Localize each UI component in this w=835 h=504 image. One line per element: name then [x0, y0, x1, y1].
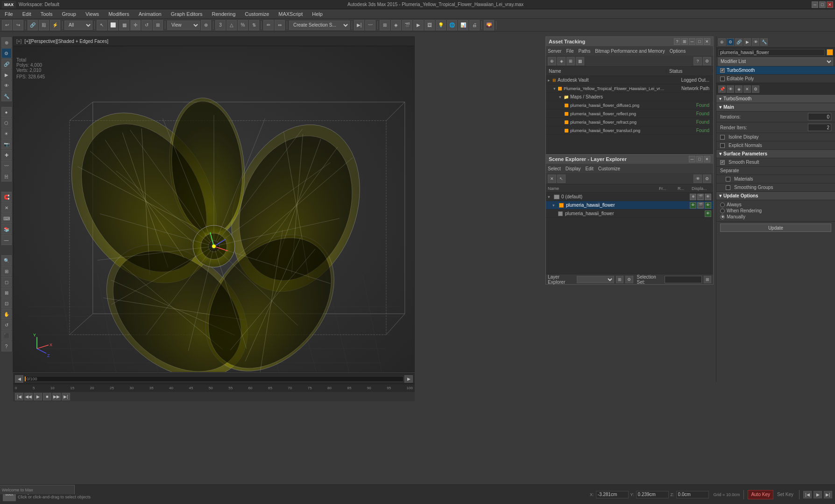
snap-btn[interactable]: 🧲 — [1, 192, 12, 202]
render-in-view-btn[interactable]: 🌐 — [447, 20, 457, 30]
auto-key-btn[interactable]: Auto Key — [748, 490, 773, 499]
asset-tb-btn1[interactable]: ⊕ — [548, 57, 556, 65]
menu-file[interactable]: File — [3, 10, 15, 18]
modifier-editable-poly[interactable]: Editable Poly — [716, 75, 835, 83]
asset-menu-file[interactable]: File — [566, 49, 573, 54]
zoom-btn[interactable]: 🔍 — [1, 255, 12, 266]
asset-menu-server[interactable]: Server — [548, 49, 561, 54]
unlink-btn[interactable]: ⛓ — [39, 20, 49, 30]
materials-checkbox[interactable] — [726, 177, 730, 182]
color-swatch-icon[interactable] — [827, 49, 833, 56]
explicit-normals-checkbox[interactable] — [720, 143, 725, 148]
timeline-right-btn[interactable]: ▶ — [404, 375, 413, 383]
select-rotate-btn[interactable]: ↺ — [142, 20, 152, 30]
viewport-canvas[interactable]: Total Polys: 4,000 Verts: 2,010 FPS: 328… — [14, 46, 414, 372]
helpers-btn[interactable]: ✚ — [1, 150, 12, 160]
close-btn[interactable]: ✕ — [827, 1, 833, 8]
transform-type-in-btn[interactable]: ⌨ — [1, 213, 12, 224]
scene-footer-dropdown[interactable] — [577, 276, 614, 283]
menu-maxscript[interactable]: MAXScript — [276, 10, 304, 18]
scene-close-btn[interactable]: ✕ — [704, 156, 710, 162]
asset-tb-btn2[interactable]: ◈ — [557, 57, 566, 65]
x-coord-input[interactable] — [596, 491, 629, 498]
create-icon[interactable]: ⊕ — [718, 38, 726, 46]
asset-tb-settings[interactable]: ⚙ — [703, 57, 711, 65]
scene-menu-display[interactable]: Display — [566, 166, 581, 171]
menu-group[interactable]: Group — [60, 10, 78, 18]
y-coord-input[interactable] — [636, 491, 669, 498]
display-icon[interactable]: 👁 — [752, 38, 759, 46]
status-prev-btn[interactable]: |◀ — [803, 491, 812, 498]
prev-frame-btn[interactable]: ◀◀ — [24, 393, 33, 400]
timeline-left-btn[interactable]: ◀ — [15, 375, 23, 383]
asset-tb-help[interactable]: ? — [693, 57, 702, 65]
quick-render-btn[interactable]: ▶ — [413, 20, 424, 30]
asset-tb-btn4[interactable]: ▦ — [576, 57, 584, 65]
asset-close-btn[interactable]: ✕ — [704, 38, 710, 45]
scene-maximize-btn[interactable]: □ — [696, 156, 703, 162]
asset-menu-bitmap[interactable]: Bitmap Performance and Memory — [595, 49, 665, 54]
menu-tools[interactable]: Tools — [39, 10, 55, 18]
display-panel-btn[interactable]: 👁 — [1, 80, 12, 91]
zoom-extents-btn[interactable]: ⊠ — [1, 287, 12, 298]
scene-menu-edit[interactable]: Edit — [586, 166, 594, 171]
asset-row-translucl[interactable]: plumeria_hawaii_flower_translucl.png Fou… — [546, 126, 713, 135]
asset-row-maps[interactable]: ▾ 📁 Maps / Shaders — [546, 93, 713, 101]
configure-icon[interactable]: ⚙ — [752, 85, 759, 93]
shapes-btn[interactable]: ⬡ — [1, 118, 12, 128]
environments-btn[interactable]: 🌄 — [484, 20, 494, 30]
mirror-btn[interactable]: ⇔ — [275, 20, 285, 30]
menu-help[interactable]: Help — [310, 10, 325, 18]
go-to-end-btn[interactable]: ▶| — [62, 393, 70, 400]
iterations-value[interactable] — [808, 113, 831, 120]
play-anim-btn[interactable]: ▶| — [354, 20, 364, 30]
bind-space-warp-btn[interactable]: ⚡ — [50, 20, 60, 30]
asset-options-btn[interactable]: ⊞ — [681, 38, 688, 45]
question-btn[interactable]: ? — [1, 341, 12, 351]
hierarchy-panel-btn[interactable]: 🔗 — [1, 59, 12, 69]
asset-tb-btn3[interactable]: ⊞ — [566, 57, 575, 65]
play-btn[interactable]: ▶ — [34, 393, 42, 400]
edit-named-sel-btn[interactable]: ✏ — [263, 20, 274, 30]
default-freeze-icon[interactable]: ❄ — [690, 194, 696, 200]
reference-coord-dropdown[interactable]: View — [167, 21, 200, 30]
menu-views[interactable]: Views — [84, 10, 101, 18]
mesh-vis-icon[interactable]: 👁 — [705, 210, 711, 217]
asset-menu-paths[interactable]: Paths — [579, 49, 591, 54]
maximize-btn[interactable]: □ — [819, 1, 826, 8]
timeline-track[interactable]: 0/100 — [24, 376, 403, 382]
asset-row-vault[interactable]: ▸ ⊞ Autodesk Vault Logged Out... — [546, 76, 713, 84]
turbosmooth-section-title[interactable]: ▾ TurboSmooth — [716, 95, 835, 103]
scene-tb-eye-btn[interactable]: 👁 — [693, 175, 702, 183]
isoline-checkbox[interactable] — [720, 135, 725, 140]
select-region-btn[interactable]: ⬜ — [108, 20, 118, 30]
orbit-btn[interactable]: ↺ — [1, 320, 12, 330]
scene-tb-x-btn[interactable]: ✕ — [548, 175, 556, 183]
asset-row-refract[interactable]: plumeria_hawaii_flower_refract.png Found — [546, 118, 713, 126]
scene-footer-btn3[interactable]: ⊞ — [704, 276, 711, 283]
go-to-start-btn[interactable]: |◀ — [15, 393, 23, 400]
scene-tb-select-btn[interactable]: ↖ — [557, 175, 566, 183]
make-unique-icon[interactable]: ◈ — [735, 85, 743, 93]
utilities-panel-btn[interactable]: 🔧 — [1, 91, 12, 101]
asset-row-diffuse[interactable]: plumeria_hawaii_flower_diffuse1.png Foun… — [546, 101, 713, 110]
scene-row-default[interactable]: ▾ 0 (default) ❄ 🎬 👁 — [546, 193, 713, 201]
default-render-icon[interactable]: 🎬 — [697, 194, 704, 200]
percent-snap-btn[interactable]: % — [238, 20, 248, 30]
redo-btn[interactable]: ↪ — [13, 20, 23, 30]
menu-graph-editors[interactable]: Graph Editors — [169, 10, 205, 18]
asset-minimize-btn[interactable]: ─ — [689, 38, 695, 45]
snap-toggle-btn[interactable]: 3 — [215, 20, 226, 30]
print-size-btn[interactable]: 🖨 — [469, 20, 480, 30]
menu-animation[interactable]: Animation — [137, 10, 163, 18]
active-shade-btn[interactable]: 💡 — [436, 20, 446, 30]
epoly-checkbox[interactable] — [720, 77, 725, 81]
named-selection-dropdown[interactable]: Create Selection S... — [289, 21, 350, 30]
layer-manager-btn[interactable]: 📚 — [1, 224, 12, 234]
manually-radio[interactable] — [720, 215, 725, 219]
scene-footer-btn1[interactable]: ⊞ — [616, 276, 623, 283]
systems-btn[interactable]: ☵ — [1, 171, 12, 182]
ribbon-btn[interactable]: — — [1, 235, 12, 245]
field-of-view-btn[interactable]: ◻ — [1, 277, 12, 287]
zoom-extents-all-btn[interactable]: ⊡ — [1, 298, 12, 308]
